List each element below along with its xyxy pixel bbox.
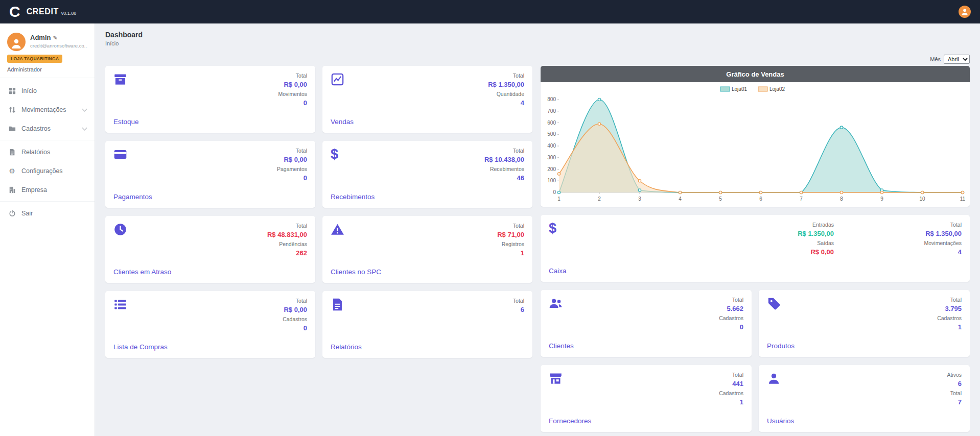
stat-label: Cadastros	[937, 314, 962, 322]
user-avatar[interactable]	[7, 33, 26, 51]
month-label: Mês	[930, 56, 941, 62]
y-tick-label: 100	[547, 178, 556, 183]
stat-value: 0	[278, 98, 307, 108]
card-recebimentos[interactable]: $ Total R$ 10.438,00 Recebimentos 46 Rec…	[322, 141, 532, 208]
stat-label: Total	[937, 296, 962, 304]
card-title: Recebimentos	[331, 193, 375, 201]
stat-value: 0	[719, 322, 743, 332]
card-title: Clientes	[549, 342, 574, 350]
stat-value: R$ 0,00	[277, 155, 307, 165]
stat-label: Total	[484, 147, 524, 155]
menu-divider	[0, 140, 95, 140]
sidebar-menu: Início Movimentações Cadastros Relatório…	[0, 78, 95, 223]
user-email: credit@anronsoftware.co...	[30, 43, 87, 49]
card-stats: Total R$ 0,00 Cadastros 0	[283, 297, 307, 333]
card-stats: Entradas R$ 1.350,00 Saídas R$ 0,00	[798, 221, 834, 257]
sidebar-item-label: Configurações	[21, 167, 63, 175]
stat-label: Ativos	[947, 371, 962, 379]
stat-label: Recebimentos	[484, 165, 524, 173]
right-panel: Mês Abril Gráfico de Vendas 010020030040…	[541, 55, 970, 432]
stat-label: Total	[267, 222, 307, 230]
card-stats: Total R$ 0,00 Movimentos 0	[278, 71, 307, 108]
x-tick-label: 1	[557, 196, 561, 202]
legend-swatch	[758, 87, 767, 91]
sidebar-item-inicio[interactable]: Início	[0, 81, 95, 100]
stat-value: 441	[719, 379, 743, 389]
sidebar-item-cadastros[interactable]: Cadastros	[0, 119, 95, 138]
app-version: v0.1.88	[61, 11, 77, 16]
tag-icon	[767, 297, 781, 310]
sidebar-item-movimentacoes[interactable]: Movimentações	[0, 100, 95, 119]
stat-value: 7	[947, 397, 962, 407]
card-stats: Ativos 6 Total 7	[947, 371, 962, 407]
topbar-user-avatar[interactable]	[959, 6, 971, 18]
building-icon	[8, 186, 16, 193]
document-icon	[331, 298, 344, 311]
folder-icon	[8, 125, 16, 132]
stat-label: Total	[283, 297, 307, 305]
chevron-down-icon	[82, 106, 87, 111]
card-produtos[interactable]: Total 3.795 Cadastros 1 Produtos	[759, 290, 970, 357]
sidebar-item-configuracoes[interactable]: ⚙ Configurações	[0, 161, 95, 180]
stat-value: 6	[513, 305, 524, 315]
x-tick-label: 6	[759, 196, 762, 202]
card-clientes[interactable]: Total 5.662 Cadastros 0 Clientes	[541, 290, 752, 357]
swap-arrows-icon	[8, 106, 16, 113]
card-caixa[interactable]: $ Entradas R$ 1.350,00 Saídas R$ 0,00 To…	[541, 215, 970, 282]
card-fornecedores[interactable]: Total 441 Cadastros 1 Fornecedores	[541, 365, 752, 432]
y-tick-label: 600	[547, 120, 556, 126]
stat-value: R$ 0,00	[278, 80, 307, 90]
right-card-grid: Total 5.662 Cadastros 0 Clientes Total 3…	[541, 290, 970, 432]
stat-label: Quantidade	[488, 90, 524, 98]
card-pagamentos[interactable]: Total R$ 0,00 Pagamentos 0 Pagamentos	[105, 141, 315, 208]
stat-label: Total	[488, 71, 524, 80]
stat-value: 1	[497, 248, 524, 258]
card-estoque[interactable]: Total R$ 0,00 Movimentos 0 Estoque	[105, 66, 315, 133]
stat-value: R$ 10.438,00	[484, 155, 524, 165]
stat-label: Total	[497, 222, 524, 230]
chevron-down-icon	[82, 125, 87, 130]
topbar: C CREDIT v0.1.88	[0, 0, 980, 23]
store-badge: LOJA TAQUARITINGA	[7, 55, 62, 63]
month-select[interactable]: Abril	[944, 55, 970, 64]
user-avatar-icon	[10, 37, 22, 51]
stat-label: Total	[719, 296, 743, 304]
stat-label: Total	[513, 297, 524, 305]
card-vendas[interactable]: Total R$ 1.350,00 Quantidade 4 Vendas	[322, 66, 532, 133]
sidebar-item-label: Início	[21, 87, 37, 94]
y-tick-label: 0	[553, 189, 556, 195]
people-icon	[549, 297, 563, 310]
gear-icon: ⚙	[8, 167, 16, 175]
credit-card-icon	[113, 148, 127, 161]
stat-value: 5.662	[719, 304, 743, 314]
card-title: Relatórios	[331, 343, 362, 351]
stat-value: R$ 1.350,00	[488, 80, 524, 90]
sidebar-item-empresa[interactable]: Empresa	[0, 180, 95, 199]
list-icon	[113, 298, 127, 311]
stat-label: Total	[278, 71, 307, 80]
card-title: Produtos	[767, 342, 795, 350]
y-tick-label: 500	[547, 131, 556, 137]
card-clientes-em-atraso[interactable]: Total R$ 48.831,00 Pendências 262 Client…	[105, 216, 315, 283]
card-stats: Total R$ 10.438,00 Recebimentos 46	[484, 147, 524, 183]
stat-value: 4	[488, 98, 524, 108]
card-title: Caixa	[549, 267, 567, 275]
pencil-icon[interactable]: ✎	[53, 35, 57, 41]
stat-label: Cadastros	[719, 389, 743, 397]
card-lista-de-compras[interactable]: Total R$ 0,00 Cadastros 0 Lista de Compr…	[105, 291, 315, 358]
card-usuarios[interactable]: Ativos 6 Total 7 Usuários	[759, 365, 970, 432]
stat-value: R$ 1.350,00	[924, 229, 962, 239]
clock-icon	[113, 223, 127, 236]
sidebar-item-relatorios[interactable]: Relatórios	[0, 142, 95, 161]
card-stats: Total 3.795 Cadastros 1	[937, 296, 962, 332]
stat-label: Pagamentos	[277, 165, 307, 173]
card-clientes-no-spc[interactable]: Total R$ 71,00 Registros 1 Clientes no S…	[322, 216, 532, 283]
dollar-sign-icon: $	[549, 222, 962, 235]
stat-label: Total	[947, 389, 962, 397]
document-icon	[8, 148, 16, 156]
stat-label: Movimentos	[278, 90, 307, 98]
left-card-grid: Total R$ 0,00 Movimentos 0 Estoque Total…	[105, 66, 532, 432]
sidebar-item-sair[interactable]: Sair	[0, 204, 95, 223]
month-filter: Mês Abril	[541, 55, 970, 64]
card-relatorios[interactable]: Total 6 Relatórios	[322, 291, 532, 358]
